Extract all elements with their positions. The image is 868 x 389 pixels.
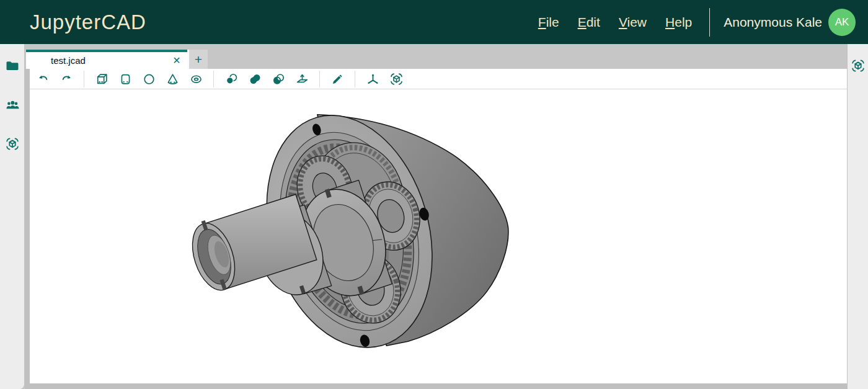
- boolean-intersection-button[interactable]: [270, 71, 286, 87]
- cone-icon: [166, 72, 180, 86]
- new-tab-button[interactable]: +: [189, 50, 208, 69]
- tab-test-jcad[interactable]: test.jcad ✕: [26, 50, 187, 69]
- axes-helper-icon: [366, 72, 380, 86]
- header-right: File Edit View Help Anonymous Kale AK: [538, 8, 856, 37]
- close-icon: ✕: [172, 55, 180, 66]
- menu-help[interactable]: Help: [665, 15, 692, 30]
- sketch-button[interactable]: [329, 71, 345, 87]
- extrusion-icon: [295, 72, 309, 86]
- menu-view[interactable]: View: [619, 15, 647, 30]
- new-torus-button[interactable]: [188, 71, 204, 87]
- gearbox-model[interactable]: [185, 96, 508, 367]
- toolbar-separator: [319, 71, 320, 87]
- main-menu: File Edit View Help: [538, 15, 692, 30]
- right-sidebar: [847, 44, 868, 389]
- undo-button[interactable]: [35, 71, 51, 87]
- tab-label: test.jcad: [26, 55, 166, 66]
- extrusion-button[interactable]: [294, 71, 310, 87]
- cut-icon: [224, 72, 239, 86]
- torus-icon: [189, 72, 203, 86]
- main-column: test.jcad ✕ +: [25, 44, 847, 389]
- annotations-panel-button[interactable]: [4, 136, 20, 152]
- sphere-icon: [142, 72, 156, 86]
- file-browser-button[interactable]: [4, 58, 20, 74]
- folder-icon: [5, 58, 20, 73]
- app-logo: JupyterCAD: [30, 11, 146, 34]
- menu-edit[interactable]: Edit: [578, 15, 600, 30]
- users-icon: [5, 97, 20, 112]
- exploded-view-icon: [389, 72, 404, 86]
- plus-icon: +: [195, 53, 202, 66]
- user-avatar[interactable]: AK: [828, 9, 856, 36]
- header-divider: [709, 8, 710, 37]
- exploded-view-button[interactable]: [388, 71, 404, 87]
- new-sphere-button[interactable]: [141, 71, 157, 87]
- toolbar-separator: [213, 71, 214, 87]
- sketch-pencil-icon: [330, 72, 345, 86]
- undo-icon: [36, 72, 50, 86]
- user-name: Anonymous Kale: [724, 15, 822, 30]
- union-icon: [248, 72, 262, 86]
- app-header: JupyterCAD File Edit View Help Anonymous…: [0, 0, 868, 44]
- collaborators-button[interactable]: [4, 97, 20, 113]
- toolbar-separator: [355, 71, 355, 87]
- redo-button[interactable]: [58, 71, 74, 87]
- axes-helper-button[interactable]: [365, 71, 381, 87]
- new-cylinder-button[interactable]: [117, 71, 133, 87]
- tab-bar: test.jcad ✕ +: [25, 44, 847, 69]
- annotation-cube-icon: [5, 136, 20, 151]
- cad-toolbar: [30, 69, 847, 89]
- objects-panel-button[interactable]: [850, 58, 866, 74]
- intersection-icon: [272, 72, 286, 86]
- tab-close-button[interactable]: ✕: [166, 56, 187, 66]
- new-cone-button[interactable]: [164, 71, 180, 87]
- toolbar-separator: [84, 71, 84, 87]
- new-box-button[interactable]: [94, 71, 110, 87]
- box-icon: [95, 72, 109, 86]
- app-body: test.jcad ✕ +: [0, 44, 868, 389]
- redo-icon: [60, 72, 74, 86]
- annotation-cube-icon: [851, 58, 866, 73]
- boolean-union-button[interactable]: [247, 71, 263, 87]
- viewport: [30, 89, 847, 383]
- boolean-cut-button[interactable]: [223, 71, 239, 87]
- gearbox-3d-model[interactable]: [30, 89, 847, 383]
- left-sidebar: [0, 44, 25, 389]
- menu-file[interactable]: File: [538, 15, 559, 30]
- avatar-initials: AK: [835, 16, 849, 29]
- cylinder-icon: [118, 72, 133, 86]
